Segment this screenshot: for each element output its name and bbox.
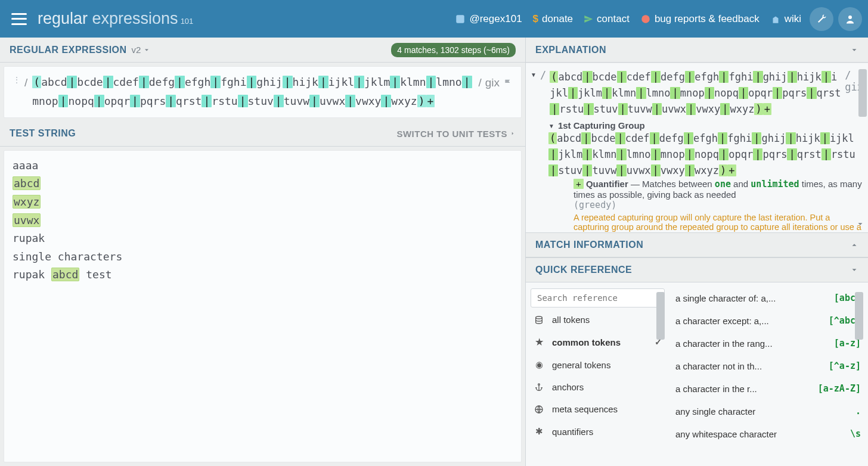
donate-link[interactable]: $ donate bbox=[533, 13, 573, 25]
quantifier-token: + bbox=[574, 179, 584, 189]
chevron-down-icon bbox=[856, 220, 864, 228]
test-section-title: TEST STRING bbox=[10, 128, 76, 139]
category-all-tokens[interactable]: all tokens bbox=[531, 310, 665, 330]
logo-text-b: expressions bbox=[88, 10, 178, 27]
search-reference-input[interactable] bbox=[531, 288, 665, 307]
contact-link[interactable]: contact bbox=[584, 13, 630, 25]
reference-scrollbar[interactable] bbox=[855, 288, 863, 460]
chevron-down-icon bbox=[850, 46, 858, 54]
chevron-down-icon bbox=[850, 266, 858, 274]
target-icon: ◉ bbox=[533, 359, 545, 370]
reference-item[interactable]: any whitespace character\s bbox=[673, 424, 863, 443]
star-icon: ★ bbox=[533, 337, 545, 347]
regex-content[interactable]: (abcd|bcde|cdef|defg|efgh|fghi|ghij|hijk… bbox=[27, 73, 478, 111]
wrench-icon bbox=[816, 14, 827, 24]
chevron-down-icon bbox=[143, 46, 150, 54]
settings-button[interactable] bbox=[810, 7, 833, 31]
svg-point-2 bbox=[848, 15, 852, 19]
test-input[interactable]: aaaa abcd wxyz uvwx rupak single charact… bbox=[4, 150, 522, 462]
quantifier-label: Quantifier bbox=[586, 179, 628, 189]
reference-item[interactable]: a character not in th...[^a-z] bbox=[673, 356, 863, 375]
collapse-match-info[interactable] bbox=[850, 241, 858, 249]
switch-tests-button[interactable]: SWITCH TO UNIT TESTS bbox=[396, 129, 516, 139]
wiki-icon bbox=[770, 14, 781, 24]
user-button[interactable] bbox=[838, 7, 862, 31]
match-highlight: wxyz bbox=[13, 195, 41, 209]
github-icon bbox=[640, 14, 651, 24]
category-general-tokens[interactable]: ◉ general tokens bbox=[531, 355, 665, 375]
explanation-pattern: (abcd|bcde|cdef|defg|efgh|fghi|ghij|hijk… bbox=[550, 69, 841, 118]
wiki-link[interactable]: wiki bbox=[770, 13, 801, 25]
stack-icon bbox=[533, 315, 545, 325]
flag-icon bbox=[503, 78, 513, 88]
reference-item[interactable]: a character in the rang...[a-z] bbox=[673, 334, 863, 353]
reference-item[interactable]: a character except: a,...[^abc] bbox=[673, 311, 863, 330]
match-summary-badge: 4 matches, 1302 steps (~6ms) bbox=[391, 43, 516, 57]
category-meta-sequences[interactable]: meta sequences bbox=[531, 399, 665, 419]
category-common-tokens[interactable]: ★ common tokens ✓ bbox=[531, 332, 665, 352]
collapse-explanation[interactable] bbox=[850, 46, 858, 54]
version-selector[interactable]: v2 bbox=[132, 45, 151, 55]
svg-point-1 bbox=[641, 15, 650, 23]
twitter-link[interactable]: @regex101 bbox=[455, 13, 522, 25]
reference-item[interactable]: a character in the r...[a-zA-Z] bbox=[673, 379, 863, 398]
hamburger-button[interactable] bbox=[0, 0, 38, 38]
logo-text-a: regular bbox=[38, 10, 88, 27]
delim-open: / bbox=[540, 69, 546, 81]
regex-input[interactable]: ⋮ / (abcd|bcde|cdef|defg|efgh|fghi|ghij|… bbox=[4, 66, 522, 118]
reference-item[interactable]: any single character. bbox=[673, 402, 863, 421]
chevron-right-icon bbox=[510, 129, 516, 138]
logo-sub: 101 bbox=[181, 17, 194, 26]
anchor-icon bbox=[533, 383, 545, 392]
reference-item[interactable]: a single character of: a,...[abc] bbox=[673, 288, 863, 307]
explanation-group-pattern: (abcd|bcde|cdef|defg|efgh|fghi|ghij|hijk… bbox=[548, 131, 863, 179]
svg-rect-0 bbox=[457, 15, 465, 23]
chevron-up-icon bbox=[850, 241, 858, 249]
match-highlight: abcd bbox=[13, 176, 41, 190]
user-icon bbox=[845, 14, 855, 24]
regex-flags[interactable]: / gix bbox=[478, 73, 513, 93]
scroll-down-button[interactable] bbox=[856, 220, 864, 230]
explanation-title: EXPLANATION bbox=[535, 45, 606, 55]
regex-section-title: REGULAR EXPRESSION bbox=[10, 45, 127, 55]
match-info-title: MATCH INFORMATION bbox=[535, 240, 643, 250]
group-title: 1st Capturing Group bbox=[558, 120, 645, 131]
match-highlight: uvwx bbox=[13, 213, 41, 227]
category-scrollbar[interactable] bbox=[656, 288, 665, 460]
toggle-group[interactable]: ▼ bbox=[548, 123, 554, 129]
dollar-icon: $ bbox=[533, 13, 538, 25]
hamburger-icon bbox=[11, 13, 27, 25]
bugs-link[interactable]: bug reports & feedback bbox=[640, 13, 760, 25]
twitter-icon bbox=[455, 14, 466, 24]
match-highlight: abcd bbox=[51, 268, 79, 281]
svg-point-3 bbox=[536, 316, 542, 319]
logo[interactable]: regular expressions101 bbox=[38, 10, 193, 28]
explanation-scrollbar[interactable] bbox=[858, 69, 867, 117]
toggle-root[interactable]: ▼ bbox=[531, 72, 537, 78]
globe-icon bbox=[533, 405, 545, 414]
svg-point-4 bbox=[538, 384, 540, 386]
warning-text: A repeated capturing group will only cap… bbox=[574, 213, 863, 232]
quick-ref-title: QUICK REFERENCE bbox=[535, 265, 632, 275]
collapse-quick-ref[interactable] bbox=[850, 266, 858, 274]
asterisk-icon: ✱ bbox=[533, 426, 545, 437]
drag-handle-icon[interactable]: ⋮ bbox=[13, 73, 21, 88]
category-anchors[interactable]: anchors bbox=[531, 377, 665, 397]
paper-plane-icon bbox=[584, 14, 593, 24]
category-quantifiers[interactable]: ✱ quantifiers bbox=[531, 421, 665, 442]
